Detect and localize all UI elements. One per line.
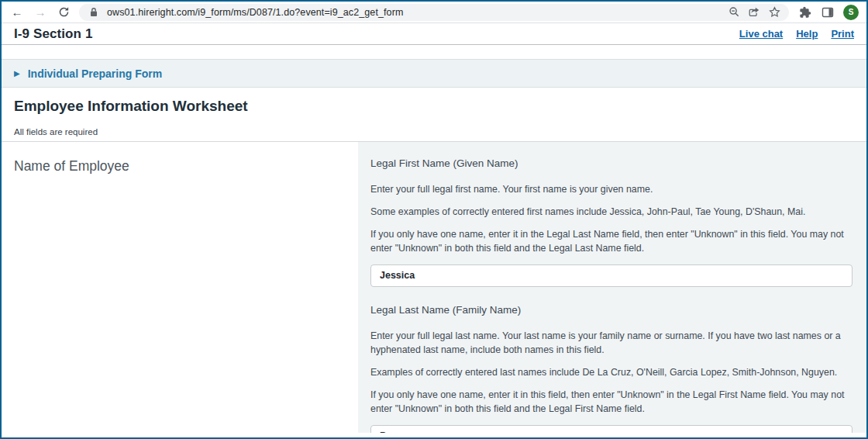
browser-window: { "browser": { "url": "ows01.hireright.c…	[0, 0, 868, 439]
side-panel-icon[interactable]	[821, 5, 835, 19]
page-title: I-9 Section 1	[14, 26, 92, 42]
collapsible-individual-preparing-form[interactable]: ▶ Individual Preparing Form	[2, 59, 866, 88]
print-link[interactable]: Print	[831, 28, 854, 40]
chevron-right-icon: ▶	[14, 70, 20, 78]
last-name-label: Legal Last Name (Family Name)	[370, 304, 852, 316]
url-text: ows01.hireright.com/i9_form/ms/D087/1.do…	[107, 7, 721, 18]
forward-icon: →	[33, 5, 48, 20]
extensions-puzzle-icon[interactable]	[798, 5, 812, 19]
toolbar-right-cluster: S	[797, 5, 859, 20]
help-link[interactable]: Help	[796, 28, 818, 40]
first-name-label: Legal First Name (Given Name)	[370, 157, 852, 169]
first-name-help-1: Enter your full legal first name. Your f…	[370, 183, 852, 197]
browser-toolbar: ← → ows01.hireright.com/i9_form/ms/D087/…	[2, 2, 866, 23]
address-bar[interactable]: ows01.hireright.com/i9_form/ms/D087/1.do…	[79, 4, 789, 21]
bookmark-star-icon[interactable]	[767, 5, 781, 19]
worksheet-header: Employee Information Worksheet All field…	[2, 88, 866, 142]
form-area: Name of Employee Legal First Name (Given…	[2, 142, 866, 433]
form-fields-panel: Legal First Name (Given Name) Enter your…	[358, 142, 866, 433]
last-name-input[interactable]	[370, 425, 852, 433]
header-links: Live chat Help Print	[739, 28, 854, 40]
zoom-icon[interactable]	[727, 5, 741, 19]
collapsible-section-label: Individual Preparing Form	[28, 67, 162, 80]
last-name-help-1: Enter your full legal last name. Your la…	[370, 330, 852, 358]
live-chat-link[interactable]: Live chat	[739, 28, 783, 40]
share-icon[interactable]	[747, 5, 761, 19]
form-section-column: Name of Employee	[2, 142, 358, 433]
first-name-help-3: If you only have one name, enter it in t…	[370, 228, 852, 256]
first-name-input[interactable]	[370, 264, 852, 287]
page-header: I-9 Section 1 Live chat Help Print	[2, 23, 866, 45]
last-name-field-group: Legal Last Name (Family Name) Enter your…	[370, 304, 852, 433]
last-name-help-3: If you only have one name, enter it in t…	[370, 389, 852, 417]
refresh-icon[interactable]	[56, 5, 71, 20]
lock-icon	[87, 5, 101, 19]
profile-avatar[interactable]: S	[843, 5, 859, 20]
first-name-help-2: Some examples of correctly entered first…	[370, 206, 852, 220]
spacer	[2, 45, 866, 59]
required-fields-note: All fields are required	[14, 127, 854, 137]
section-label-name-of-employee: Name of Employee	[14, 158, 346, 175]
back-icon[interactable]: ←	[9, 5, 25, 20]
first-name-field-group: Legal First Name (Given Name) Enter your…	[370, 157, 852, 287]
worksheet-title: Employee Information Worksheet	[14, 98, 854, 115]
last-name-help-2: Examples of correctly entered last names…	[370, 366, 852, 380]
